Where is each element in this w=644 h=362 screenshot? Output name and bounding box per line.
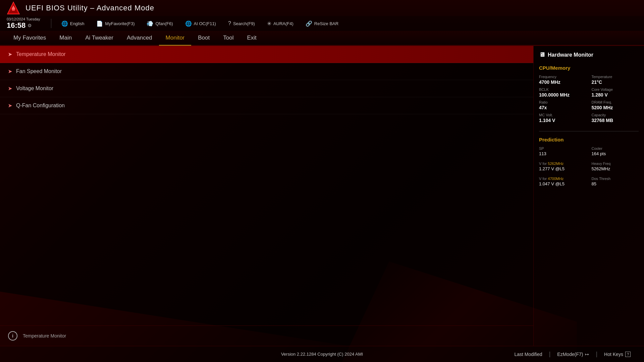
time-display: 16:58 (7, 21, 25, 30)
aura-icon: ✳ (267, 20, 271, 27)
pred-heavy-freq: Heavy Freq 5262MHz (592, 162, 639, 171)
prediction-v4700: V for 4700MHz 1.047 V @L5 Dos Thresh 85 (539, 177, 639, 186)
ez-mode-button[interactable]: EzMode(F7) ↦ (550, 350, 596, 359)
hot-keys-icon: ? (625, 352, 631, 357)
rog-icon (7, 1, 20, 15)
monitor-icon: 🖥 (539, 51, 545, 58)
toolbar-search-label: Search(F9) (233, 21, 255, 26)
stat-core-voltage: Core Voltage 1.280 V (592, 87, 639, 98)
menu-item-temperature-monitor[interactable]: ➤ Temperature Monitor (0, 46, 533, 63)
arrow-icon-2: ➤ (8, 86, 12, 91)
settings-icon[interactable]: ⚙ (28, 23, 32, 28)
favorite-icon: 📄 (96, 20, 103, 27)
fan-icon: 💨 (147, 20, 153, 27)
info-bar: i Temperature Monitor (0, 325, 533, 346)
menu-item-label-2: Voltage Monitor (16, 85, 53, 92)
globe-icon: 🌐 (61, 20, 68, 27)
nav-main[interactable]: Main (53, 31, 78, 45)
last-modified-button[interactable]: Last Modified (507, 350, 549, 359)
menu-list: ➤ Temperature Monitor ➤ Fan Speed Monito… (0, 46, 533, 325)
stat-temperature: Temperature 21°C (592, 75, 639, 85)
nav-monitor[interactable]: Monitor (159, 31, 192, 46)
footer-version: Version 2.22.1284 Copyright (C) 2024 AMI (281, 352, 363, 357)
toolbar-aura[interactable]: ✳ AURA(F4) (265, 19, 296, 28)
menu-item-label-0: Temperature Monitor (16, 51, 66, 57)
toolbar-english-label: English (70, 21, 85, 26)
info-icon: i (8, 331, 17, 341)
menu-item-label-1: Fan Speed Monitor (16, 68, 62, 74)
stat-capacity: Capacity 32768 MB (592, 113, 639, 123)
nav-tool[interactable]: Tool (216, 31, 240, 45)
toolbar-search[interactable]: ? Search(F9) (226, 19, 257, 28)
footer-right: Last Modified | EzMode(F7) ↦ | Hot Keys … (363, 350, 637, 359)
stat-dram-freq: DRAM Freq. 5200 MHz (592, 100, 639, 110)
prediction-sp-cooler: SP 113 Cooler 164 pts (539, 146, 639, 156)
link-icon: 🔗 (306, 20, 312, 27)
stat-mc-volt: MC Volt. 1.104 V (539, 113, 586, 123)
toolbar-qfan[interactable]: 💨 Qfan(F6) (145, 19, 175, 28)
arrow-icon-0: ➤ (8, 52, 12, 57)
date-display: 03/12/2024 Tuesday (7, 17, 40, 21)
toolbar-resize-bar-label: ReSize BAR (314, 21, 338, 26)
right-sidebar: 🖥 Hardware Monitor CPU/Memory Frequency … (533, 46, 644, 346)
nav-exit[interactable]: Exit (240, 31, 263, 45)
menu-item-qfan-configuration[interactable]: ➤ Q-Fan Configuration (0, 97, 533, 114)
prediction-section-title: Prediction (539, 137, 639, 142)
footer: Version 2.22.1284 Copyright (C) 2024 AMI… (0, 346, 644, 362)
ai-icon: 🌐 (185, 20, 192, 27)
app-title: UEFI BIOS Utility – Advanced Mode (25, 4, 154, 12)
rog-logo (7, 1, 20, 15)
stats-grid-cpu: Frequency 4700 MHz Temperature 21°C BCLK… (539, 75, 639, 123)
pred-v-for-4700: V for 4700MHz 1.047 V @L5 (539, 177, 586, 186)
nav-ai-tweaker[interactable]: Ai Tweaker (78, 31, 120, 45)
nav-advanced[interactable]: Advanced (120, 31, 159, 45)
nav-my-favorites[interactable]: My Favorites (7, 31, 53, 45)
stat-bclk: BCLK 100.0000 MHz (539, 87, 586, 98)
sidebar-title: 🖥 Hardware Monitor (539, 51, 639, 58)
stat-ratio: Ratio 47x (539, 100, 586, 110)
menu-item-label-3: Q-Fan Configuration (16, 103, 65, 109)
menu-item-voltage-monitor[interactable]: ➤ Voltage Monitor (0, 80, 533, 97)
datetime: 03/12/2024 Tuesday 16:58 ⚙ (7, 17, 40, 30)
toolbar-resize-bar[interactable]: 🔗 ReSize BAR (304, 19, 340, 28)
ez-mode-icon: ↦ (585, 352, 589, 357)
pred-dos-thresh: Dos Thresh 85 (592, 177, 639, 186)
toolbar-myfavorite[interactable]: 📄 MyFavorite(F3) (94, 19, 137, 28)
pred-v-for-5262: V for 5262MHz 1.277 V @L5 (539, 162, 586, 171)
toolbar-myfavorite-label: MyFavorite(F3) (105, 21, 135, 26)
arrow-icon-3: ➤ (8, 103, 12, 108)
toolbar-qfan-label: Qfan(F6) (155, 21, 173, 26)
nav-boot[interactable]: Boot (191, 31, 216, 45)
menu-item-fan-speed-monitor[interactable]: ➤ Fan Speed Monitor (0, 63, 533, 80)
cpu-memory-section-title: CPU/Memory (539, 65, 639, 71)
info-text: Temperature Monitor (23, 333, 66, 339)
sidebar-divider (539, 131, 639, 131)
prediction-v5262: V for 5262MHz 1.277 V @L5 Heavy Freq 526… (539, 162, 639, 171)
pred-cooler: Cooler 164 pts (592, 146, 639, 156)
nav-menu: My Favorites Main Ai Tweaker Advanced Mo… (0, 31, 644, 46)
pred-sp: SP 113 (539, 146, 586, 156)
search-icon: ? (228, 20, 231, 26)
stat-frequency: Frequency 4700 MHz (539, 75, 586, 85)
toolbar-divider-1 (51, 19, 51, 28)
toolbar-ai-oc[interactable]: 🌐 AI OC(F11) (183, 19, 218, 28)
toolbar-ai-oc-label: AI OC(F11) (194, 21, 216, 26)
arrow-icon-1: ➤ (8, 69, 12, 74)
hot-keys-button[interactable]: Hot Keys ? (597, 350, 637, 359)
toolbar-english[interactable]: 🌐 English (59, 19, 87, 28)
toolbar-aura-label: AURA(F4) (273, 21, 293, 26)
